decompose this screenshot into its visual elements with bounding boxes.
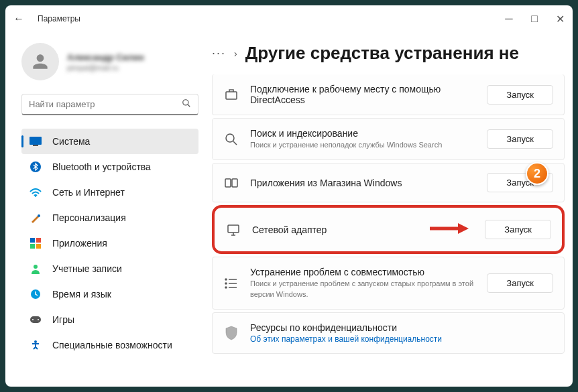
svg-point-31 [225, 283, 227, 284]
svg-marker-26 [458, 223, 469, 234]
troubleshooter-search: Поиск и индексирование Поиск и устранени… [212, 118, 565, 160]
briefcase-icon [223, 88, 239, 101]
svg-rect-7 [30, 238, 35, 243]
launch-button[interactable]: Запуск [485, 220, 551, 239]
privacy-resources: Ресурсы по конфиденциальности Об этих па… [212, 312, 565, 354]
sidebar-item-gaming[interactable]: Игры [21, 307, 198, 332]
svg-point-0 [183, 100, 188, 105]
maximize-button[interactable]: □ [530, 14, 539, 23]
item-title: Подключение к рабочему месту с помощью D… [250, 84, 476, 105]
troubleshooter-directaccess: Подключение к рабочему месту с помощью D… [212, 74, 565, 115]
svg-rect-9 [30, 244, 35, 249]
item-desc: Поиск и устранение проблем с запуском ст… [250, 279, 476, 300]
main-content: ··· › Другие средства устранения не Подк… [207, 32, 573, 387]
sidebar-item-time[interactable]: Время и язык [21, 281, 198, 307]
page-header: ··· › Другие средства устранения не [212, 43, 565, 64]
svg-rect-10 [36, 244, 41, 249]
svg-point-15 [38, 319, 39, 320]
item-title: Ресурсы по конфиденциальности [250, 322, 553, 333]
sidebar-item-apps[interactable]: Приложения [21, 231, 198, 256]
svg-point-11 [34, 265, 38, 269]
svg-rect-2 [30, 137, 42, 145]
item-title: Сетевой адаптер [252, 224, 418, 235]
svg-point-32 [225, 287, 227, 288]
personalization-icon [30, 212, 42, 224]
item-title: Поиск и индексирование [250, 128, 476, 139]
back-button[interactable]: ← [13, 13, 24, 25]
item-desc: Поиск и устранение неполадок службы Wind… [250, 140, 476, 150]
svg-rect-21 [232, 179, 237, 187]
sidebar-item-label: Сеть и Интернет [52, 187, 125, 198]
svg-point-6 [38, 214, 40, 217]
breadcrumb-more[interactable]: ··· [212, 46, 226, 60]
svg-point-14 [32, 319, 34, 320]
svg-point-5 [35, 196, 36, 197]
search-box[interactable] [21, 94, 198, 115]
accessibility-icon [30, 339, 42, 351]
sidebar-item-personalization[interactable]: Персонализация [21, 205, 198, 231]
svg-rect-8 [36, 238, 41, 243]
sidebar-item-label: Учетные записи [52, 263, 122, 274]
item-title: Устранение проблем с совместимостью [250, 267, 476, 277]
network-icon [30, 186, 42, 198]
avatar [21, 43, 59, 80]
profile-email: pimpal@mail.ru [67, 64, 144, 72]
svg-rect-22 [228, 225, 239, 233]
page-title: Другие средства устранения не [245, 43, 519, 64]
sidebar-item-accessibility[interactable]: Специальные возможности [21, 332, 198, 358]
sidebar-item-label: Bluetooth и устройства [52, 161, 151, 172]
sidebar-item-label: Время и язык [52, 289, 111, 300]
annotation-badge: 2 [526, 162, 548, 185]
close-button[interactable]: ✕ [555, 14, 565, 23]
svg-point-18 [226, 134, 234, 142]
search-icon [182, 99, 191, 110]
apps-grid-icon [223, 178, 239, 188]
bluetooth-icon [30, 161, 42, 173]
search-input[interactable] [29, 99, 182, 109]
gaming-icon [30, 314, 42, 326]
settings-window: ← Параметры ─ □ ✕ Александр Силин pimpal… [5, 5, 573, 387]
item-title: Приложения из Магазина Windows [250, 178, 476, 188]
apps-icon [30, 237, 42, 249]
svg-line-19 [233, 141, 237, 145]
sidebar-item-label: Система [52, 136, 90, 147]
svg-rect-17 [226, 92, 237, 99]
launch-button[interactable]: Запуск [487, 85, 553, 105]
sidebar-item-label: Приложения [52, 238, 107, 249]
sidebar-item-label: Персонализация [52, 212, 126, 223]
system-icon [30, 135, 42, 147]
minimize-button[interactable]: ─ [504, 14, 514, 23]
launch-button[interactable]: Запуск [487, 273, 553, 293]
svg-rect-13 [30, 316, 41, 323]
nav: Система Bluetooth и устройства Сеть и Ин… [21, 129, 198, 358]
svg-point-30 [225, 279, 227, 280]
profile[interactable]: Александр Силин pimpal@mail.ru [21, 43, 198, 80]
svg-line-1 [188, 105, 190, 107]
svg-rect-3 [33, 145, 38, 146]
sidebar-item-label: Специальные возможности [52, 340, 172, 350]
sidebar-item-label: Игры [52, 314, 74, 325]
list-icon [223, 278, 239, 289]
chevron-right-icon: › [234, 48, 237, 59]
profile-name: Александр Силин [67, 52, 144, 62]
sidebar-item-bluetooth[interactable]: Bluetooth и устройства [21, 154, 198, 180]
launch-button[interactable]: Запуск [487, 129, 553, 149]
sidebar-item-network[interactable]: Сеть и Интернет [21, 180, 198, 205]
titlebar: ← Параметры ─ □ ✕ [5, 5, 573, 32]
time-icon [30, 288, 42, 300]
troubleshooter-compatibility: Устранение проблем с совместимостью Поис… [212, 257, 565, 310]
privacy-link[interactable]: Об этих параметрах и вашей конфиденциаль… [250, 334, 553, 344]
troubleshooter-network-adapter: Сетевой адаптер Запуск [212, 205, 565, 254]
sidebar-item-system[interactable]: Система [21, 129, 198, 154]
monitor-icon [225, 224, 241, 236]
sidebar-item-accounts[interactable]: Учетные записи [21, 256, 198, 281]
svg-point-16 [34, 340, 37, 343]
shield-icon [223, 326, 239, 340]
accounts-icon [30, 263, 42, 275]
app-title: Параметры [38, 14, 80, 23]
search-icon [223, 133, 239, 146]
troubleshooter-store-apps: Приложения из Магазина Windows Запуск [212, 163, 565, 202]
sidebar: Александр Силин pimpal@mail.ru Система B… [5, 32, 207, 387]
svg-rect-20 [225, 179, 231, 187]
